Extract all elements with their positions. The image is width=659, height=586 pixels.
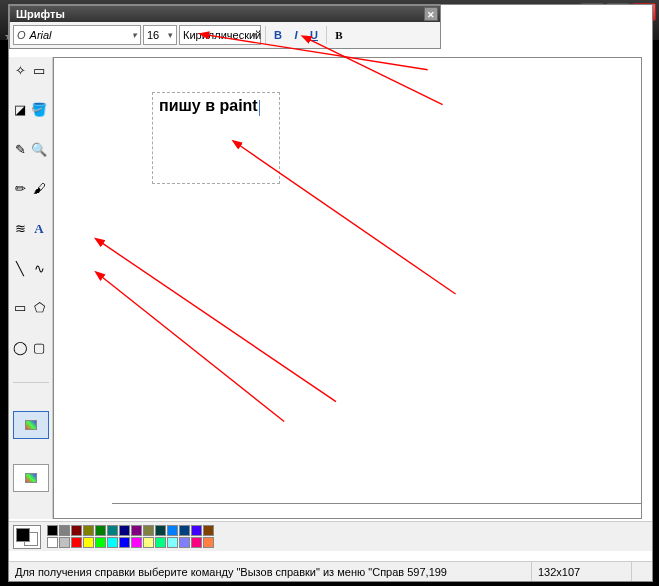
status-dimensions: 132x107 (532, 562, 632, 581)
color-swatch[interactable] (143, 525, 154, 536)
free-select-icon[interactable]: ✧ (11, 61, 29, 79)
color-swatch[interactable] (119, 537, 130, 548)
color-swatch[interactable] (143, 537, 154, 548)
zoom-icon[interactable]: 🔍 (30, 140, 48, 158)
fill-icon[interactable]: 🪣 (30, 101, 48, 119)
bold-button[interactable]: B (270, 26, 286, 44)
picker-icon[interactable]: ✎ (11, 140, 29, 158)
color-swatch[interactable] (71, 525, 82, 536)
fonts-toolbar-title: Шрифты ✕ (10, 6, 440, 22)
color-swatch[interactable] (179, 525, 190, 536)
color-swatch[interactable] (95, 525, 106, 536)
fonts-toolbar: Шрифты ✕ Arial 16 Кириллический B I U B (9, 5, 441, 49)
color-swatch[interactable] (191, 525, 202, 536)
separator (265, 26, 266, 44)
canvas-area[interactable]: пишу в paint (53, 57, 642, 519)
color-swatch[interactable] (203, 537, 214, 548)
foreground-color[interactable] (16, 528, 30, 542)
color-swatch[interactable] (83, 525, 94, 536)
color-swatch[interactable] (155, 525, 166, 536)
color-swatch[interactable] (107, 525, 118, 536)
color-swatch[interactable] (131, 537, 142, 548)
color-swatch[interactable] (47, 525, 58, 536)
font-family-value: Arial (30, 29, 52, 41)
eraser-icon[interactable]: ◪ (11, 101, 29, 119)
color-swatch[interactable] (119, 525, 130, 536)
color-swatch[interactable] (191, 537, 202, 548)
text-icon[interactable]: A (30, 220, 48, 238)
transparent-mode-button[interactable] (13, 464, 49, 492)
fonts-toolbar-close[interactable]: ✕ (424, 7, 438, 21)
canvas-text: пишу в paint (159, 97, 258, 114)
opaque-mode-button[interactable] (13, 411, 49, 439)
format-extra-button[interactable]: B (331, 26, 347, 44)
color-swatch[interactable] (107, 537, 118, 548)
font-size-value: 16 (147, 29, 159, 41)
palette (47, 525, 214, 548)
poly-icon[interactable]: ⬠ (30, 299, 48, 317)
current-colors[interactable] (13, 525, 41, 549)
rect-icon[interactable]: ▭ (11, 299, 29, 317)
font-family-select[interactable]: Arial (13, 25, 141, 45)
status-bar: Для получения справки выберите команду "… (9, 561, 652, 581)
color-swatch[interactable] (167, 537, 178, 548)
spray-icon[interactable]: ≋ (11, 220, 29, 238)
color-palette-bar (9, 521, 652, 551)
tools-separator (13, 382, 49, 383)
ellipse-icon[interactable]: ◯ (11, 338, 29, 356)
color-swatch[interactable] (71, 537, 82, 548)
palette-row (47, 537, 214, 548)
text-cursor (259, 100, 260, 116)
font-controls: Arial 16 Кириллический B I U B (10, 22, 440, 48)
font-size-select[interactable]: 16 (143, 25, 177, 45)
font-script-value: Кириллический (183, 29, 261, 41)
color-swatch[interactable] (167, 525, 178, 536)
color-swatch[interactable] (95, 537, 106, 548)
line-icon[interactable]: ╲ (11, 259, 29, 277)
separator (326, 26, 327, 44)
underline-button[interactable]: U (306, 26, 322, 44)
status-message: Для получения справки выберите команду "… (9, 562, 532, 581)
tools-panel: ✧▭◪🪣✎🔍✏🖌≋A╲∿▭⬠◯▢ (9, 57, 53, 519)
italic-button[interactable]: I (288, 26, 304, 44)
color-swatch[interactable] (155, 537, 166, 548)
color-swatch[interactable] (59, 537, 70, 548)
curve-icon[interactable]: ∿ (30, 259, 48, 277)
canvas[interactable]: пишу в paint (112, 64, 642, 504)
fonts-toolbar-title-text: Шрифты (16, 8, 65, 20)
color-swatch[interactable] (131, 525, 142, 536)
paint-window: Шрифты ✕ Arial 16 Кириллический B I U B … (8, 4, 653, 582)
color-swatch[interactable] (179, 537, 190, 548)
text-selection-box[interactable]: пишу в paint (152, 92, 280, 184)
roundrect-icon[interactable]: ▢ (30, 338, 48, 356)
brush-icon[interactable]: 🖌 (30, 180, 48, 198)
color-swatch[interactable] (203, 525, 214, 536)
color-swatch[interactable] (47, 537, 58, 548)
pencil-icon[interactable]: ✏ (11, 180, 29, 198)
color-swatch[interactable] (83, 537, 94, 548)
palette-row (47, 525, 214, 536)
color-swatch[interactable] (59, 525, 70, 536)
rect-select-icon[interactable]: ▭ (30, 61, 48, 79)
font-script-select[interactable]: Кириллический (179, 25, 261, 45)
